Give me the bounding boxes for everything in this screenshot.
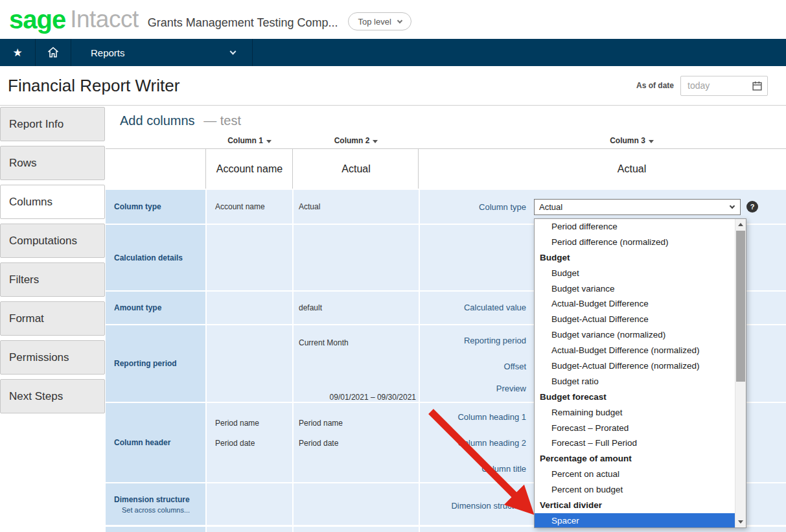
dropdown-option[interactable]: Budget variance (normalized) (535, 327, 735, 343)
row-label-cell: Reporting period (106, 325, 205, 402)
sidebar-item-label: Format (9, 312, 44, 325)
cell-value: 09/01/2021 – 09/30/2021 (330, 393, 416, 402)
dropdown-group-header: Vertical divider (535, 498, 735, 513)
sidebar-item-permissions[interactable]: Permissions (0, 340, 105, 375)
form-label-column-type: Column type (384, 202, 526, 212)
chevron-down-icon (730, 203, 735, 209)
app-root: sage Intacct Grants Management Testing C… (0, 0, 786, 532)
column-2-header[interactable]: Column 2 (294, 136, 419, 145)
dropdown-option[interactable]: Budget (535, 266, 735, 281)
cell-col1-amount-type (207, 292, 292, 324)
chevron-down-icon (230, 49, 237, 55)
column-3-name[interactable]: Actual (559, 149, 704, 189)
dropdown-group-header: Percentage of amount (535, 451, 735, 467)
row-label-cell: Calculation details (106, 225, 205, 290)
select-value: Actual (539, 202, 562, 212)
row-label: Reporting period (114, 359, 205, 368)
cell-value: Account name (207, 202, 265, 211)
cell-col1-dimension-structure (207, 483, 292, 525)
page-title-bar: Financial Report Writer As of date (0, 66, 786, 106)
form-label-calculated-value: Calculated value (384, 303, 526, 312)
as-of-date-input[interactable] (681, 80, 746, 91)
dropdown-option[interactable]: Forecast – Prorated (535, 421, 735, 436)
form-label-column-title: Column title (384, 464, 526, 474)
form-label-reporting-period: Reporting period (384, 336, 526, 345)
row-label-cell: Amount type (106, 292, 205, 324)
scrollbar-thumb[interactable] (736, 231, 745, 382)
column-header-label: Column 2 (334, 136, 370, 145)
column-1-name[interactable]: Account name (207, 149, 292, 189)
sidebar-item-computations[interactable]: Computations (0, 224, 105, 258)
divider (292, 149, 293, 189)
form-label-dimension-structure: Dimension structure (384, 501, 526, 511)
dropdown-option[interactable]: Budget-Actual Difference (normalized) (535, 358, 735, 374)
home-button[interactable] (36, 39, 71, 66)
dropdown-option[interactable]: Budget-Actual Difference (535, 312, 735, 327)
row-label-note: Set across columns... (122, 506, 205, 514)
sidebar-item-next-steps[interactable]: Next Steps (0, 379, 105, 413)
nav-reports-label: Reports (91, 47, 125, 58)
sidebar-item-columns[interactable]: Columns (0, 185, 105, 219)
scroll-down-button[interactable] (735, 516, 746, 527)
sidebar: Report Info Rows Columns Computations Fi… (0, 106, 106, 418)
chevron-down-icon (397, 17, 402, 23)
dropdown-option[interactable]: Actual-Budget Difference (normalized) (535, 343, 735, 358)
column-3-header[interactable]: Column 3 (559, 136, 704, 145)
form-label-offset: Offset (384, 362, 526, 371)
sidebar-item-report-info[interactable]: Report Info (0, 107, 105, 141)
column-1-header[interactable]: Column 1 (207, 136, 292, 145)
column-names-row: Account name Actual Actual (106, 149, 786, 189)
page-title: Financial Report Writer (8, 76, 179, 96)
dropdown-option[interactable]: Period difference (535, 219, 735, 235)
sidebar-item-label: Rows (9, 157, 37, 170)
calendar-icon[interactable] (746, 80, 767, 91)
dropdown-option[interactable]: Remaining budget (535, 405, 735, 421)
form-label-preview: Preview (384, 384, 526, 393)
cell-col1-column-type: Account name (207, 190, 292, 224)
sidebar-item-label: Filters (9, 273, 39, 286)
sidebar-item-filters[interactable]: Filters (0, 262, 105, 297)
cell (294, 527, 419, 532)
star-icon: ★ (12, 46, 22, 60)
sidebar-item-label: Next Steps (9, 390, 63, 403)
dropdown-group-header: Budget forecast (535, 389, 735, 405)
dropdown-option-selected[interactable]: Spacer (535, 513, 735, 527)
cell-value: Period date (299, 439, 338, 448)
column-2-name[interactable]: Actual (294, 149, 419, 189)
column-type-select[interactable]: Actual (534, 199, 741, 215)
sidebar-item-label: Report Info (9, 118, 64, 131)
column-header-label: Column 1 (227, 136, 263, 145)
scroll-up-button[interactable] (735, 219, 746, 230)
columns-panel: Add columns — test Column 1 Column 2 Col… (106, 106, 786, 532)
row-label-cell: Dimension structure Set across columns..… (106, 483, 205, 525)
entity-selector-label: Top level (358, 17, 391, 27)
dropdown-group-header: Budget (535, 250, 735, 266)
row-label: Column header (114, 438, 205, 447)
row-label-cell: Column type (106, 190, 205, 224)
sidebar-item-format[interactable]: Format (0, 301, 105, 336)
nav-menu-reports[interactable]: Reports (71, 39, 253, 66)
cell-value: Actual (294, 202, 320, 211)
dropdown-option[interactable]: Budget variance (535, 281, 735, 297)
dropdown-option[interactable]: Actual-Budget Difference (535, 296, 735, 312)
entity-selector-button[interactable]: Top level (348, 12, 411, 30)
dropdown-option[interactable]: Forecast – Full Period (535, 435, 735, 451)
panel-heading-text: Add columns (120, 113, 195, 128)
favorites-button[interactable]: ★ (0, 39, 36, 66)
cell (207, 527, 292, 532)
cell-value: Period name (215, 419, 259, 428)
help-button[interactable]: ? (746, 201, 758, 213)
dropdown-option[interactable]: Period difference (normalized) (535, 235, 735, 250)
dropdown-scrollbar[interactable] (735, 219, 746, 527)
dropdown-option[interactable]: Budget ratio (535, 374, 735, 389)
dropdown-option[interactable]: Percent on actual (535, 467, 735, 482)
column-type-dropdown: Period difference Period difference (nor… (534, 218, 746, 528)
form-label-column-heading-1: Column heading 1 (384, 412, 526, 422)
dropdown-option[interactable]: Percent on budget (535, 482, 735, 498)
column-menu-caret-icon (649, 140, 654, 143)
sidebar-item-rows[interactable]: Rows (0, 146, 105, 180)
as-of-date-group: As of date (636, 76, 768, 96)
sidebar-item-label: Columns (9, 196, 52, 209)
sage-logo: sage (9, 5, 65, 34)
form-label-column-heading-2: Column heading 2 (384, 438, 526, 448)
